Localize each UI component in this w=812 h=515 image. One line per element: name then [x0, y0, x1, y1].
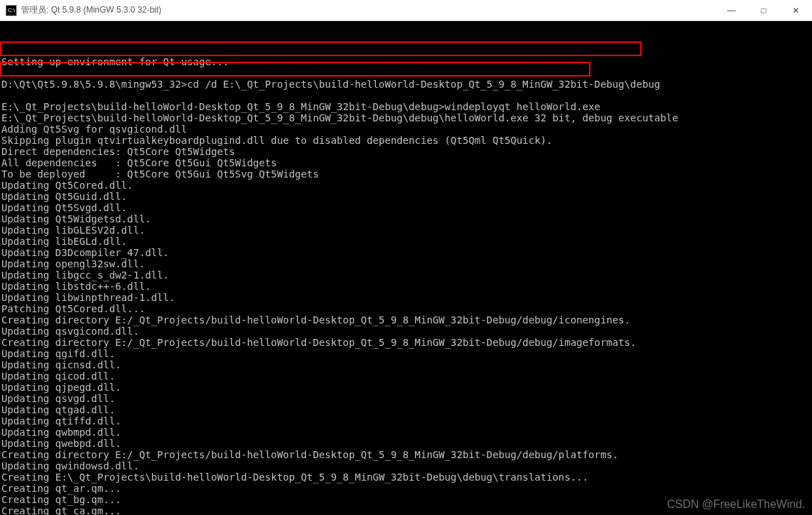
console-line: Updating libstdc++-6.dll. [1, 281, 811, 292]
console-line [1, 67, 811, 79]
cmd-icon: C:\ [6, 5, 17, 16]
console-line: Updating qwebpd.dll. [1, 438, 811, 449]
console-line: E:\_Qt_Projects\build-helloWorld-Desktop… [1, 101, 811, 112]
console-line: Patching Qt5Cored.dll... [1, 303, 811, 314]
console-line: Updating qicnsd.dll. [1, 359, 811, 370]
console-line: Updating Qt5Cored.dll. [1, 180, 811, 191]
console-line: D:\Qt\Qt5.9.8\5.9.8\mingw53_32>cd /d E:\… [1, 79, 811, 90]
console-line: To be deployed : Qt5Core Qt5Gui Qt5Svg Q… [1, 168, 811, 180]
console-line: Updating D3Dcompiler_47.dll. [1, 247, 811, 258]
console-line: Adding Qt5Svg for qsvgicond.dll [1, 123, 811, 135]
console-line: Updating libwinpthread-1.dll. [1, 292, 811, 303]
console-line: Updating qwindowsd.dll. [1, 460, 811, 471]
console-line: Skipping plugin qtvirtualkeyboardplugind… [1, 135, 811, 146]
console-line: Updating libGLESV2d.dll. [1, 225, 811, 236]
console-line: Updating Qt5Widgetsd.dll. [1, 213, 811, 225]
console-line: Setting up environment for Qt usage... [1, 56, 811, 67]
console-line: Creating directory E:/_Qt_Projects/build… [1, 314, 811, 326]
console-line: Updating qsvgicond.dll. [1, 326, 811, 337]
console-line: Creating directory E:/_Qt_Projects/build… [1, 337, 811, 348]
console-line: Updating qwbmpd.dll. [1, 427, 811, 438]
console-line: Updating qjpegd.dll. [1, 382, 811, 393]
console-line: All dependencies : Qt5Core Qt5Gui Qt5Wid… [1, 157, 811, 168]
console-output[interactable]: Setting up environment for Qt usage... D… [0, 21, 812, 515]
minimize-button[interactable]: — [715, 0, 747, 21]
window-title: 管理员: Qt 5.9.8 (MinGW 5.3.0 32-bit) [21, 4, 161, 16]
console-line: Creating E:\_Qt_Projects\build-helloWorl… [1, 471, 811, 483]
console-line: Updating Qt5Guid.dll. [1, 191, 811, 202]
window-controls: — □ ✕ [715, 0, 812, 21]
console-line: Creating qt_ar.qm... [1, 483, 811, 494]
console-line: Updating Qt5Svgd.dll. [1, 202, 811, 213]
console-line: Updating qtgad.dll. [1, 404, 811, 415]
console-line: Creating qt_ca.qm... [1, 505, 811, 515]
console-line: Updating libgcc_s_dw2-1.dll. [1, 269, 811, 281]
console-line: Updating qsvgd.dll. [1, 393, 811, 404]
highlight-cd-command [0, 41, 642, 56]
console-line: Updating qicod.dll. [1, 370, 811, 382]
titlebar: C:\ 管理员: Qt 5.9.8 (MinGW 5.3.0 32-bit) —… [0, 0, 812, 21]
console-line: Updating qtiffd.dll. [1, 415, 811, 427]
console-line: Direct dependencies: Qt5Core Qt5Widgets [1, 146, 811, 157]
console-line: Updating opengl32sw.dll. [1, 258, 811, 269]
console-line: Creating directory E:/_Qt_Projects/build… [1, 449, 811, 460]
close-button[interactable]: ✕ [780, 0, 812, 21]
maximize-button[interactable]: □ [747, 0, 780, 21]
console-line: Creating qt_bg.qm... [1, 494, 811, 505]
console-line: Updating libEGLd.dll. [1, 236, 811, 247]
console-line: E:\_Qt_Projects\build-helloWorld-Desktop… [1, 112, 811, 123]
console-line: Updating qgifd.dll. [1, 348, 811, 359]
console-line [1, 90, 811, 101]
